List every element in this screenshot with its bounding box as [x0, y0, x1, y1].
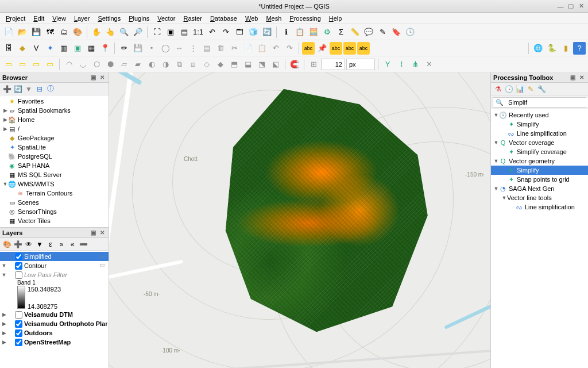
temporal-button[interactable]: 🕓 — [404, 26, 416, 39]
zoom-out-button[interactable]: 🔎 — [131, 26, 144, 39]
zoom-full-button[interactable]: ⛶ — [150, 26, 163, 39]
layer-row[interactable]: ▶Veisamudu Orthophoto Plan — [0, 319, 109, 328]
layers-expand-icon[interactable]: » — [57, 240, 66, 249]
layer-checkbox[interactable] — [15, 271, 22, 279]
pan-selection-button[interactable]: 👆 — [104, 26, 117, 39]
plugin-button-1[interactable]: 🌐 — [532, 42, 544, 55]
browser-undock-button[interactable]: ▣ — [89, 74, 97, 82]
measure-button[interactable]: 📏 — [349, 26, 361, 39]
label-tool-button[interactable]: abc — [302, 42, 315, 55]
label-move-button[interactable]: abc — [343, 42, 356, 55]
toolbox-undock-button[interactable]: ▣ — [568, 74, 577, 82]
new-mesh-button[interactable]: ▦ — [85, 42, 98, 55]
tree-item[interactable]: ▶▱Spatial Bookmarks — [0, 106, 109, 115]
browser-filter-icon[interactable]: ▼ — [24, 85, 33, 94]
tree-item[interactable]: ▦Vector Tiles — [0, 216, 109, 225]
tree-item[interactable]: ▼Vector line tools — [491, 193, 588, 202]
add-feature-button[interactable]: • — [145, 42, 158, 55]
cut-button[interactable]: ✂ — [228, 42, 241, 55]
browser-collapse-icon[interactable]: ⊟ — [35, 85, 44, 94]
adv-digi-4[interactable]: ⬢ — [104, 58, 117, 71]
layer-row[interactable]: ▼Low Pass Filter — [0, 270, 109, 279]
deselect-button[interactable]: ▭ — [30, 58, 42, 71]
adv-digi-3[interactable]: ⬡ — [90, 58, 103, 71]
toolbox-history-icon[interactable]: 🕓 — [504, 85, 513, 94]
snap-enable-button[interactable]: 🧲 — [288, 58, 301, 71]
vertex-tool-button[interactable]: ⋮ — [187, 42, 199, 55]
layers-filter-icon[interactable]: ▼ — [35, 240, 44, 249]
toolbox-button[interactable]: ⚙ — [321, 26, 334, 39]
tree-item[interactable]: ▦MS SQL Server — [0, 170, 109, 179]
style-manager-button[interactable]: 🎨 — [71, 26, 84, 39]
new-gps-button[interactable]: 📍 — [99, 42, 111, 55]
tree-item[interactable]: ★Favorites — [0, 97, 109, 106]
new-map-view-button[interactable]: 🗔 — [233, 26, 246, 39]
label-hide-button[interactable]: abc — [330, 42, 342, 55]
snap-unit-select[interactable] — [346, 59, 375, 70]
layers-styling-icon[interactable]: 🎨 — [2, 240, 11, 249]
layers-collapse-icon[interactable]: « — [68, 240, 77, 249]
tree-item[interactable]: ▼QVector geometry — [491, 156, 588, 166]
toolbox-options-icon[interactable]: 🔧 — [537, 85, 546, 94]
menu-view[interactable]: View — [49, 14, 69, 23]
toolbox-close-button[interactable]: ✕ — [578, 74, 586, 82]
select-value-button[interactable]: ▭ — [16, 58, 29, 71]
digitize-shape-button[interactable]: ◯ — [159, 42, 172, 55]
menu-project[interactable]: Project — [2, 14, 29, 23]
layer-checkbox[interactable] — [15, 253, 22, 260]
adv-digi-1[interactable]: ◠ — [63, 58, 75, 71]
identify-button[interactable]: ℹ — [280, 26, 292, 39]
shape-digi-1[interactable]: Y — [381, 58, 394, 71]
adv-digi-13[interactable]: ⬒ — [228, 58, 241, 71]
adv-digi-14[interactable]: ⬓ — [242, 58, 254, 71]
bookmark-button[interactable]: 🔖 — [390, 26, 403, 39]
map-canvas[interactable]: Chott -50 m· -100 m· -150 m· — [109, 72, 490, 368]
layers-close-button[interactable]: ✕ — [98, 229, 106, 237]
adv-digi-7[interactable]: ◐ — [145, 58, 158, 71]
help-button[interactable]: ? — [573, 42, 586, 55]
zoom-layer-button[interactable]: ▤ — [178, 26, 191, 39]
annotation-button[interactable]: ✎ — [376, 26, 389, 39]
adv-digi-5[interactable]: ▱ — [118, 58, 130, 71]
layer-row[interactable]: ▶Veisamudu DTM — [0, 310, 109, 319]
tree-item[interactable]: ✦SpatiaLite — [0, 143, 109, 152]
tree-item[interactable]: ▶▤/ — [0, 124, 109, 133]
tree-item[interactable]: ▼QVector coverage — [491, 138, 588, 147]
menu-mesh[interactable]: Mesh — [262, 14, 285, 23]
tree-item[interactable]: ✦Simplify — [491, 166, 588, 175]
move-feature-button[interactable]: ↔ — [173, 42, 185, 55]
plugin-button-2[interactable]: ▮ — [559, 42, 572, 55]
layer-checkbox[interactable] — [15, 311, 22, 319]
edit-toggle-button[interactable]: ✏ — [118, 42, 130, 55]
layers-undock-button[interactable]: ▣ — [89, 229, 97, 237]
browser-close-button[interactable]: ✕ — [98, 74, 106, 82]
attribute-table-button[interactable]: 📋 — [293, 26, 306, 39]
label-pin-button[interactable]: 📌 — [316, 42, 328, 55]
layers-add-group-icon[interactable]: ➕ — [13, 240, 22, 249]
layer-checkbox[interactable] — [15, 320, 22, 328]
adv-digi-2[interactable]: ◡ — [76, 58, 89, 71]
open-project-button[interactable]: 📂 — [16, 26, 29, 39]
shape-digi-3[interactable]: ⋔ — [409, 58, 421, 71]
tree-item[interactable]: ▼🕓Recently used — [491, 110, 588, 120]
layer-row[interactable]: Simplified▭ — [0, 252, 109, 261]
browser-add-icon[interactable]: ➕ — [2, 85, 11, 94]
tree-item[interactable]: ▼◔SAGA Next Gen — [491, 184, 588, 193]
copy-button[interactable]: 📄 — [242, 42, 254, 55]
toolbox-model-icon[interactable]: ⚗ — [493, 85, 502, 94]
tree-item[interactable]: ✦Simplify — [491, 120, 588, 129]
map-tips-button[interactable]: 💬 — [362, 26, 375, 39]
tree-item[interactable]: ◆GeoPackage — [0, 133, 109, 143]
new-project-button[interactable]: 📄 — [2, 26, 15, 39]
refresh-button[interactable]: 🔄 — [261, 26, 273, 39]
menu-database[interactable]: Database — [207, 14, 241, 23]
zoom-last-button[interactable]: ↶ — [206, 26, 218, 39]
zoom-in-button[interactable]: 🔍 — [118, 26, 130, 39]
paste-button[interactable]: 📋 — [256, 42, 268, 55]
adv-digi-12[interactable]: ◆ — [214, 58, 227, 71]
modify-attrs-button[interactable]: ▤ — [200, 42, 213, 55]
save-edits-button[interactable]: 💾 — [131, 42, 144, 55]
tree-item[interactable]: ✦Snap points to grid — [491, 175, 588, 184]
adv-digi-6[interactable]: ▰ — [131, 58, 144, 71]
adv-digi-9[interactable]: ⧉ — [173, 58, 185, 71]
